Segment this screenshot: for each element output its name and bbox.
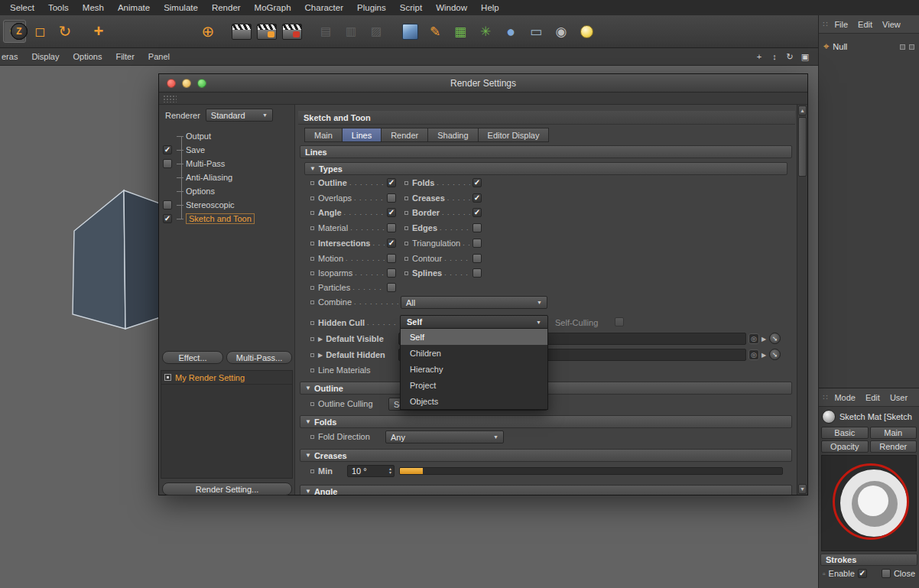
menu-tools[interactable]: Tools (41, 3, 76, 12)
material-preview[interactable] (821, 455, 917, 551)
material-title-row[interactable]: Sketch Mat [Sketch (819, 407, 919, 427)
triangulation-checkbox[interactable] (472, 239, 482, 248)
overlaps-checkbox[interactable] (387, 193, 396, 203)
rotate-tool-icon[interactable]: ↻ (54, 20, 76, 43)
menu-animate[interactable]: Animate (111, 3, 157, 12)
render-setting-item[interactable]: My Render Setting (161, 371, 292, 385)
visibility-dot-render[interactable] (909, 44, 914, 50)
viewport-menu-filter[interactable]: Filter (109, 52, 141, 61)
section-angle[interactable]: ▼ Angle (300, 485, 792, 495)
angle-checkbox[interactable]: ✓ (387, 208, 396, 217)
menu-plugins[interactable]: Plugins (350, 3, 393, 12)
floor-icon[interactable]: ▭ (524, 20, 547, 43)
tree-item-stereoscopic[interactable]: Stereoscopic (163, 198, 293, 212)
zoom-window-button[interactable] (197, 79, 206, 88)
render-setting-button[interactable]: Render Setting... (162, 482, 292, 495)
tree-item-antialiasing[interactable]: Anti-Aliasing (163, 171, 293, 184)
menu-character[interactable]: Character (298, 3, 351, 12)
save-checkbox[interactable]: ✓ (163, 145, 172, 154)
close-checkbox[interactable] (882, 569, 891, 578)
dynamics-icon[interactable]: ● (499, 20, 522, 43)
scroll-up-icon[interactable]: ▲ (798, 106, 807, 115)
sketch-toon-checkbox[interactable]: ✓ (163, 214, 172, 223)
multipass-checkbox[interactable] (163, 159, 172, 168)
viewport-menu-panel[interactable]: Panel (141, 52, 177, 61)
self-culling-checkbox[interactable] (615, 317, 624, 326)
mm-menu-mode[interactable]: Mode (830, 393, 860, 402)
material-tab-main[interactable]: Main (870, 427, 917, 439)
pan-view-icon[interactable]: + (754, 51, 765, 62)
option-self[interactable]: Self (401, 329, 547, 345)
intersections-checkbox[interactable]: ✓ (387, 239, 396, 248)
drag-grip-icon[interactable] (163, 95, 177, 102)
menu-mograph[interactable]: MoGraph (248, 3, 298, 12)
menu-simulate[interactable]: Simulate (157, 3, 205, 12)
camera-icon[interactable]: ◉ (550, 20, 573, 43)
coordinate-system-icon[interactable]: ⊕ (196, 20, 219, 43)
tree-item-multipass[interactable]: Multi-Pass (163, 157, 293, 171)
border-checkbox[interactable]: ✓ (472, 208, 482, 217)
stereoscopic-checkbox[interactable] (163, 200, 172, 210)
tab-editor-display[interactable]: Editor Display (478, 128, 550, 142)
last-tool-icon[interactable]: + (87, 20, 110, 43)
section-creases[interactable]: ▼ Creases (300, 449, 792, 462)
om-menu-file[interactable]: File (830, 20, 852, 29)
option-project[interactable]: Project (401, 377, 547, 393)
render-view-icon[interactable] (230, 20, 253, 43)
spline-pen-icon[interactable]: ✎ (424, 20, 447, 43)
min-slider[interactable] (399, 467, 783, 475)
maximize-view-icon[interactable]: ▣ (800, 51, 810, 62)
dialog-titlebar[interactable]: Render Settings (159, 74, 807, 93)
viewport-menu-options[interactable]: Options (66, 52, 109, 61)
axis-z-lock-icon[interactable]: Z (171, 20, 194, 43)
om-menu-view[interactable]: View (878, 20, 905, 29)
setting-enabled-icon[interactable] (164, 374, 171, 381)
section-lines[interactable]: Lines (300, 145, 792, 158)
section-folds[interactable]: ▼ Folds (300, 415, 792, 428)
particles-checkbox[interactable] (387, 283, 396, 292)
texture-icon[interactable]: ◎ (749, 333, 759, 344)
material-checkbox[interactable] (387, 223, 396, 232)
motion-checkbox[interactable] (387, 254, 396, 263)
expand-arrow-icon[interactable]: ▶ (318, 352, 323, 359)
om-menu-edit[interactable]: Edit (853, 20, 877, 29)
isoparms-checkbox[interactable] (387, 268, 396, 278)
light-icon[interactable] (575, 20, 598, 43)
tab-shading[interactable]: Shading (427, 128, 478, 142)
option-children[interactable]: Children (401, 345, 547, 361)
splines-checkbox[interactable] (472, 268, 482, 278)
slot-expand-icon[interactable]: ▶ (762, 336, 766, 343)
outline-checkbox[interactable]: ✓ (387, 178, 396, 187)
material-tab-render[interactable]: Render (870, 440, 917, 453)
scrollbar-thumb[interactable] (798, 117, 807, 177)
axis-x-lock-icon[interactable]: X (121, 20, 144, 43)
slot-expand-icon[interactable]: ▶ (762, 352, 766, 359)
menu-render[interactable]: Render (205, 3, 248, 12)
contour-checkbox[interactable] (472, 254, 482, 263)
option-objects[interactable]: Objects (401, 393, 547, 409)
scroll-down-icon[interactable]: ▼ (798, 484, 807, 494)
zoom-view-icon[interactable]: ↕ (769, 51, 780, 62)
option-hierachy[interactable]: Hierachy (401, 361, 547, 377)
material-tab-opacity[interactable]: Opacity (821, 440, 869, 453)
stepper-icon[interactable]: ▴▾ (389, 467, 391, 475)
renderer-dropdown[interactable]: Standard (206, 109, 273, 122)
fold-direction-dropdown[interactable]: Any (385, 430, 504, 443)
menu-mesh[interactable]: Mesh (76, 3, 111, 12)
browse-icon[interactable]: ➘ (769, 349, 781, 360)
creases-checkbox[interactable]: ✓ (472, 193, 482, 203)
combine-dropdown[interactable]: All (401, 296, 547, 309)
mograph-cloner-icon[interactable]: ▦ (449, 20, 472, 43)
folds-checkbox[interactable]: ✓ (472, 178, 482, 187)
tab-render[interactable]: Render (381, 128, 428, 142)
scale-tool-icon[interactable]: ◻ (28, 20, 51, 43)
cube-primitive-icon[interactable] (398, 20, 421, 43)
menu-select[interactable]: Select (3, 3, 41, 12)
effect-button[interactable]: Effect... (162, 351, 223, 364)
texture-icon[interactable]: ◎ (749, 349, 759, 360)
minimize-window-button[interactable] (182, 79, 191, 88)
hidden-cull-dropdown[interactable]: Self (400, 315, 548, 329)
strokes-section-header[interactable]: Strokes (820, 554, 917, 566)
tree-item-output[interactable]: Output (163, 129, 293, 143)
tab-main[interactable]: Main (304, 128, 343, 142)
